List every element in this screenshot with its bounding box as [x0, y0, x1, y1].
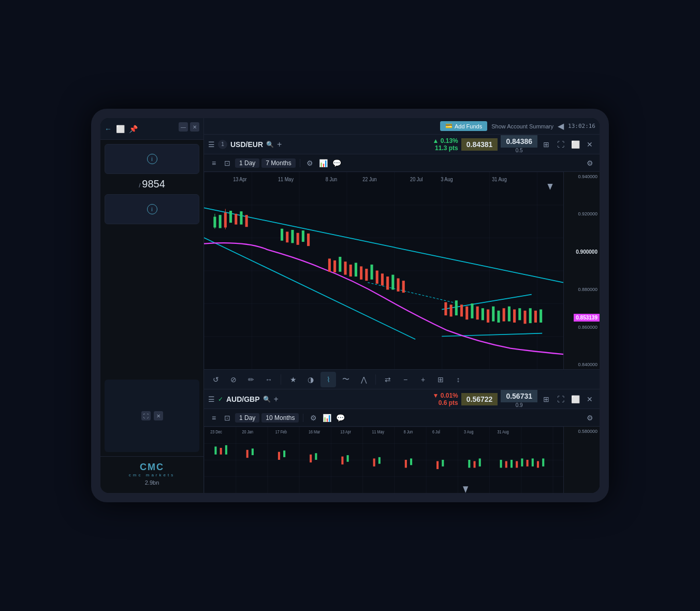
tile-icon-2[interactable]: ⊞ [541, 394, 552, 405]
clear-btn[interactable]: ⊘ [226, 372, 241, 387]
undo-btn[interactable]: ↺ [208, 372, 224, 387]
chat-icon-1[interactable]: 💬 [331, 157, 343, 169]
svg-rect-20 [235, 214, 237, 225]
add-icon-2[interactable]: + [274, 395, 279, 404]
svg-rect-32 [344, 261, 346, 274]
svg-rect-57 [513, 310, 516, 323]
chart-toolbar-1: ≡ ⊡ 1 Day 7 Months ⚙ 📊 💬 ⚙ [204, 154, 600, 172]
price-900: 0.900000 [566, 249, 597, 255]
svg-rect-90 [410, 458, 412, 465]
period-10-months[interactable]: 10 Months [261, 413, 299, 423]
list-icon-2[interactable]: ≡ [208, 412, 220, 424]
add-funds-button[interactable]: 💳 Add Funds [440, 121, 487, 131]
search-icon-2[interactable]: 🔍 [263, 396, 271, 403]
price-change-1: ▲ 0.13% [433, 137, 458, 144]
svg-rect-98 [511, 460, 513, 468]
grid-btn[interactable]: ⊞ [433, 372, 448, 387]
svg-text:3 Aug: 3 Aug [441, 177, 453, 183]
sidebar-stat: 2.9bn [106, 477, 198, 488]
back-icon[interactable]: ← [105, 125, 112, 133]
svg-text:11 May: 11 May [278, 177, 294, 183]
settings-icon-2[interactable]: ⚙ [584, 412, 595, 424]
external-icon-1[interactable]: ⬜ [570, 139, 581, 150]
maximize-icon-1[interactable]: ⛶ [555, 139, 566, 150]
maximize-icon-2[interactable]: ⛶ [555, 394, 566, 405]
chat-icon-2[interactable]: 💬 [334, 412, 346, 424]
svg-rect-99 [516, 461, 518, 468]
svg-rect-42 [397, 279, 400, 292]
price-pts-2: 0.6 pts [433, 399, 458, 406]
path-btn[interactable]: ⌇ [320, 372, 336, 387]
close-button[interactable]: ✕ [190, 122, 199, 132]
svg-rect-80 [252, 448, 254, 455]
svg-rect-24 [286, 231, 288, 242]
trend-btn[interactable]: ⋀ [356, 372, 371, 387]
filter-icon-1[interactable]: ⚙ [304, 157, 316, 169]
info-icon-2[interactable]: i [147, 204, 157, 214]
svg-rect-50 [476, 307, 479, 319]
svg-rect-23 [281, 229, 283, 241]
price-axis-1: 0.940000 0.920000 0.900000 0.880000 0.86… [563, 172, 600, 369]
svg-rect-52 [487, 310, 489, 323]
add-icon-1[interactable]: + [277, 140, 282, 149]
chart-type-icon-1[interactable]: 📊 [318, 157, 329, 169]
global-top-bar: 💳 Add Funds Show Account Summary ◀ 13:02… [204, 118, 600, 135]
list-icon-1[interactable]: ≡ [208, 157, 220, 169]
minus-btn[interactable]: − [398, 372, 413, 387]
search-icon-1[interactable]: 🔍 [266, 141, 274, 148]
ask-price-2[interactable]: 0.56731 [501, 390, 537, 402]
svg-rect-104 [542, 458, 544, 466]
star-btn[interactable]: ★ [285, 372, 301, 387]
price-axis-2: 0.580000 [563, 427, 600, 493]
wave-btn[interactable]: 〜 [338, 372, 354, 387]
chart-panel-1: ☰ 1 USD/EUR 🔍 + ▲ 0.13% 11.3 pts 0.84381 [204, 135, 600, 389]
candle-icon-2[interactable]: ⊡ [222, 412, 233, 424]
close-icon-2[interactable]: ✕ [584, 394, 595, 405]
svg-rect-62 [539, 310, 542, 323]
pencil-btn[interactable]: ✏ [243, 372, 259, 387]
candle-icon-1[interactable]: ⊡ [222, 157, 233, 169]
chart-header-2: ☰ ✓ AUD/GBP 🔍 + ▼ 0.01% 0.6 pts 0.56722 … [204, 389, 600, 409]
halfcircle-btn[interactable]: ◑ [303, 372, 318, 387]
close-icon-1[interactable]: ✕ [584, 139, 595, 150]
svg-rect-16 [219, 215, 222, 228]
show-account-button[interactable]: Show Account Summary [491, 123, 553, 129]
svg-rect-102 [532, 458, 534, 466]
chart-type-icon-2[interactable]: 📊 [321, 412, 332, 424]
tile-icon-1[interactable]: ⊞ [541, 139, 552, 150]
bid-price-2[interactable]: 0.56722 [461, 393, 498, 405]
tablet-frame: ← ⬜ 📌 — ✕ i / 9854 i [91, 109, 609, 502]
svg-rect-51 [482, 308, 484, 320]
svg-text:8 Jun: 8 Jun [404, 429, 413, 434]
draw-sep-2 [375, 374, 376, 385]
close-sidebar-button[interactable]: ✕ [154, 411, 163, 420]
menu-icon-2[interactable]: ☰ [208, 395, 215, 403]
svg-rect-21 [240, 211, 242, 224]
crosshair-btn[interactable]: ⇄ [380, 372, 396, 387]
svg-rect-103 [537, 461, 539, 468]
svg-rect-39 [381, 273, 384, 285]
info-icon-1[interactable]: i [147, 154, 157, 164]
external-icon[interactable]: ⬜ [116, 125, 125, 133]
menu-icon-1[interactable]: ☰ [208, 140, 215, 149]
minimize-button[interactable]: — [179, 122, 188, 132]
period-7-months[interactable]: 7 Months [261, 158, 295, 168]
vertical-btn[interactable]: ↕ [450, 372, 466, 387]
ask-price-1[interactable]: 0.84386 [501, 135, 537, 148]
timeframe-2-day[interactable]: 1 Day [235, 413, 259, 423]
bid-price-1[interactable]: 0.84381 [461, 138, 498, 151]
arrow-btn[interactable]: ↔ [261, 372, 276, 387]
svg-rect-88 [378, 457, 381, 464]
plus-btn[interactable]: + [415, 372, 431, 387]
timeframe-1-day[interactable]: 1 Day [235, 158, 259, 168]
svg-rect-55 [503, 308, 505, 321]
price-change-2: ▼ 0.01% [433, 392, 458, 399]
filter-icon-2[interactable]: ⚙ [308, 412, 319, 424]
svg-text:13 Apr: 13 Apr [340, 429, 351, 434]
expand-button[interactable]: ⛶ [141, 411, 151, 420]
current-price-tag-1: 0.853139 [574, 314, 600, 322]
nav-arrow[interactable]: ◀ [558, 121, 564, 131]
settings-icon-1[interactable]: ⚙ [584, 157, 595, 169]
pin-icon[interactable]: 📌 [129, 125, 138, 133]
external-icon-2[interactable]: ⬜ [570, 394, 581, 405]
